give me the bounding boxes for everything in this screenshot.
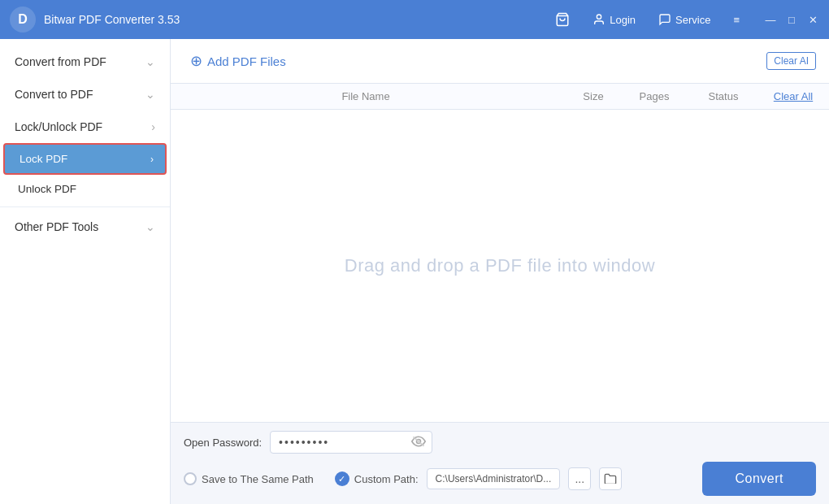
radio-circle-same-path [184,472,197,485]
custom-path-option[interactable]: ✓ Custom Path: [335,471,419,486]
minimize-icon: — [766,14,776,26]
sidebar-divider [0,206,170,207]
same-path-label: Save to The Same Path [202,473,314,485]
chevron-down-icon: ⌄ [145,88,155,101]
maximize-icon: □ [788,14,795,26]
clear-all-button[interactable]: Clear All [764,90,829,102]
chevron-right-icon: › [151,120,155,133]
sidebar-sublabel-lock-pdf: Lock PDF [20,153,67,165]
drop-zone-text: Drag and drop a PDF file into window [345,255,655,276]
ellipsis-button[interactable]: ... [568,467,591,490]
table-header: File Name Size Pages Status Clear All [171,84,829,110]
cart-button[interactable] [550,9,575,30]
ellipsis-icon: ... [575,472,584,485]
path-row: Save to The Same Path ✓ Custom Path: C:\… [184,462,816,496]
add-icon: ⊕ [190,52,202,70]
eye-icon[interactable] [411,436,426,450]
toolbar-right: Clear AI [766,52,816,70]
col-status: Status [683,90,764,102]
sidebar: Convert from PDF ⌄ Convert to PDF ⌄ Lock… [0,39,171,504]
sidebar-item-other-tools[interactable]: Other PDF Tools ⌄ [0,211,170,243]
password-label: Open Password: [184,437,262,449]
title-bar-right: Login Service ≡ — □ ✕ [550,9,819,30]
path-display: C:\Users\Administrator\D... [427,468,561,489]
service-button[interactable]: Service [653,10,715,29]
login-label: Login [610,14,636,26]
sidebar-subitem-lock-pdf[interactable]: Lock PDF › [3,143,167,175]
sidebar-item-convert-to-pdf[interactable]: Convert to PDF ⌄ [0,78,170,111]
sidebar-label-convert-from-pdf: Convert from PDF [15,55,106,68]
convert-button[interactable]: Convert [702,462,816,496]
password-input-wrap [270,431,432,454]
add-pdf-label: Add PDF Files [207,54,286,68]
same-path-option[interactable]: Save to The Same Path [184,472,314,485]
file-table: File Name Size Pages Status Clear All Dr… [171,84,829,422]
minimize-button[interactable]: — [764,13,777,26]
menu-button[interactable]: ≡ [728,11,744,29]
password-row: Open Password: [184,431,816,454]
add-pdf-button[interactable]: ⊕ Add PDF Files [184,49,293,73]
app-logo: D [10,7,36,33]
col-filename: File Name [171,90,561,102]
clear-ai-button[interactable]: Clear AI [766,52,816,70]
col-size: Size [561,90,626,102]
password-input[interactable] [270,431,432,454]
service-label: Service [675,14,710,26]
drop-zone[interactable]: Drag and drop a PDF file into window [171,110,829,422]
close-icon: ✕ [809,14,818,26]
arrow-right-icon: › [150,154,154,165]
sidebar-label-lock-unlock-pdf: Lock/Unlock PDF [15,120,102,133]
title-bar: D Bitwar PDF Converter 3.53 Login Serv [0,0,829,39]
col-pages: Pages [626,90,683,102]
main-layout: Convert from PDF ⌄ Convert to PDF ⌄ Lock… [0,39,829,504]
custom-path-label: Custom Path: [354,473,419,485]
sidebar-sublabel-unlock-pdf: Unlock PDF [18,183,76,195]
sidebar-item-lock-unlock-pdf[interactable]: Lock/Unlock PDF › [0,111,170,143]
sidebar-item-convert-from-pdf[interactable]: Convert from PDF ⌄ [0,46,170,78]
maximize-button[interactable]: □ [785,13,798,26]
bottom-bar: Open Password: Sa [171,422,829,504]
chevron-down-icon: ⌄ [145,55,155,68]
folder-icon [604,472,617,486]
sidebar-label-convert-to-pdf: Convert to PDF [15,88,93,101]
check-icon: ✓ [335,471,349,486]
app-title: Bitwar PDF Converter 3.53 [44,13,550,26]
folder-button[interactable] [599,467,622,490]
close-button[interactable]: ✕ [806,13,819,26]
chevron-down-icon: ⌄ [145,220,155,233]
content-area: ⊕ Add PDF Files Clear AI File Name Size … [171,39,829,504]
svg-point-3 [597,15,601,19]
toolbar: ⊕ Add PDF Files Clear AI [171,39,829,84]
svg-text:D: D [18,12,28,26]
sidebar-subitem-unlock-pdf[interactable]: Unlock PDF [0,175,170,203]
menu-icon: ≡ [733,14,740,26]
sidebar-label-other-tools: Other PDF Tools [15,220,98,233]
window-controls: — □ ✕ [764,13,819,26]
login-button[interactable]: Login [588,10,640,29]
